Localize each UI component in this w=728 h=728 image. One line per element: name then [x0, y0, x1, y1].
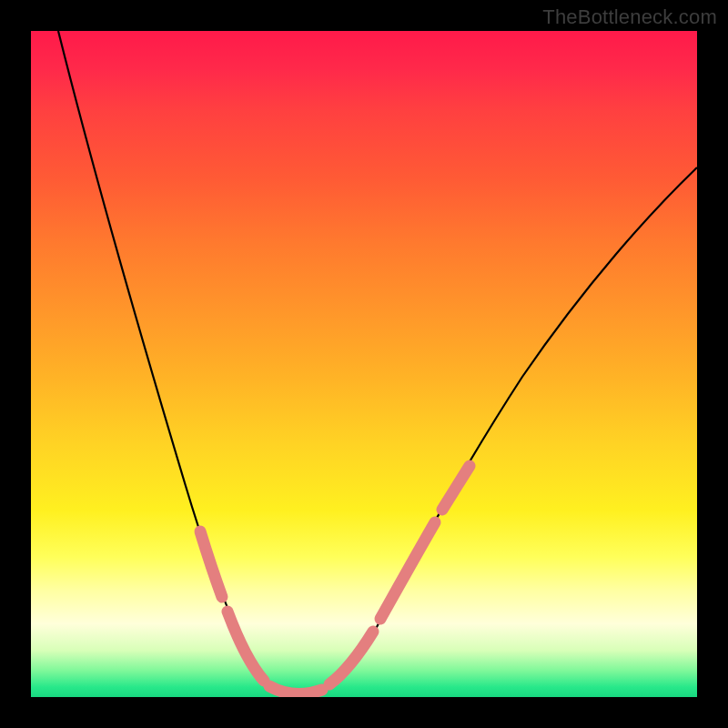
bottleneck-curve: [58, 31, 697, 695]
pink-segment-left-2: [228, 612, 264, 681]
chart-container: TheBottleneck.com: [0, 0, 728, 728]
pink-segment-bottom: [269, 686, 322, 694]
pink-segment-left-1: [200, 531, 222, 597]
pink-segment-right-3: [442, 466, 470, 510]
plot-area: [31, 31, 697, 697]
watermark-text: TheBottleneck.com: [542, 5, 717, 29]
curve-layer: [31, 31, 697, 697]
pink-segment-right-1: [329, 632, 373, 684]
pink-segment-right-2: [380, 522, 435, 619]
